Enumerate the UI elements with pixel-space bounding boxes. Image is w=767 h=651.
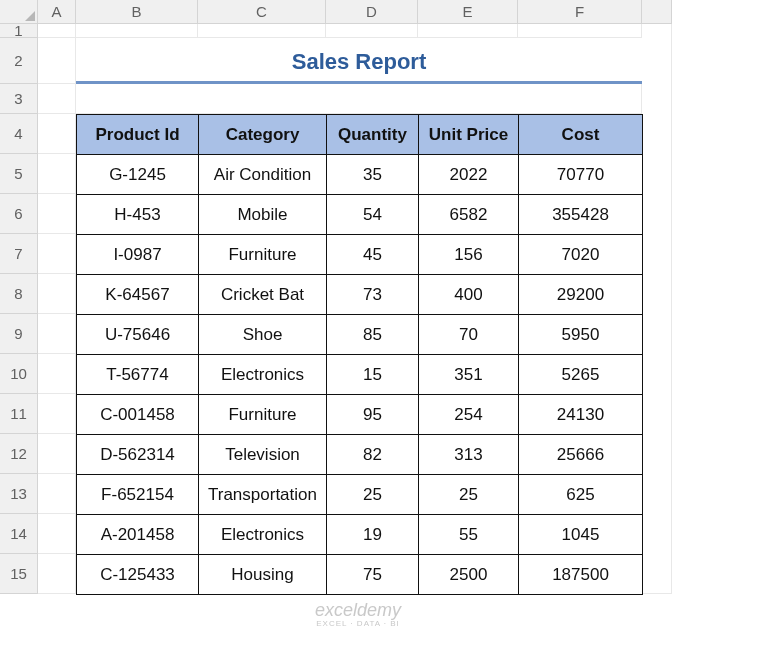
cell-A8[interactable]	[38, 274, 76, 314]
row-header-8[interactable]: 8	[0, 274, 38, 314]
cell-A7[interactable]	[38, 234, 76, 274]
cell-cost[interactable]: 25666	[519, 435, 643, 475]
cell-E1[interactable]	[418, 24, 518, 38]
cell-price[interactable]: 2500	[419, 555, 519, 595]
row-header-2[interactable]: 2	[0, 38, 38, 84]
cell-cost[interactable]: 1045	[519, 515, 643, 555]
header-category[interactable]: Category	[199, 115, 327, 155]
row-header-11[interactable]: 11	[0, 394, 38, 434]
col-header-F[interactable]: F	[518, 0, 642, 24]
cell-price[interactable]: 55	[419, 515, 519, 555]
cell-id[interactable]: G-1245	[77, 155, 199, 195]
cell-A10[interactable]	[38, 354, 76, 394]
cell-cat[interactable]: Shoe	[199, 315, 327, 355]
row-header-6[interactable]: 6	[0, 194, 38, 234]
cell-A4[interactable]	[38, 114, 76, 154]
cell-cost[interactable]: 187500	[519, 555, 643, 595]
cell-id[interactable]: U-75646	[77, 315, 199, 355]
cell-C1[interactable]	[198, 24, 326, 38]
cell-qty[interactable]: 85	[327, 315, 419, 355]
cell-qty[interactable]: 25	[327, 475, 419, 515]
cell-id[interactable]: H-453	[77, 195, 199, 235]
cell-cost[interactable]: 355428	[519, 195, 643, 235]
col-header-next[interactable]	[642, 0, 672, 24]
cell-price[interactable]: 400	[419, 275, 519, 315]
cell-A3[interactable]	[38, 84, 76, 114]
cell-qty[interactable]: 82	[327, 435, 419, 475]
cell-id[interactable]: K-64567	[77, 275, 199, 315]
cell-id[interactable]: D-562314	[77, 435, 199, 475]
cell-id[interactable]: A-201458	[77, 515, 199, 555]
cell-A12[interactable]	[38, 434, 76, 474]
cell-price[interactable]: 70	[419, 315, 519, 355]
cell-D1[interactable]	[326, 24, 418, 38]
cell-A2[interactable]	[38, 38, 76, 84]
cell-A9[interactable]	[38, 314, 76, 354]
col-header-A[interactable]: A	[38, 0, 76, 24]
row-header-9[interactable]: 9	[0, 314, 38, 354]
cell-F1[interactable]	[518, 24, 642, 38]
cell-price[interactable]: 351	[419, 355, 519, 395]
col-header-B[interactable]: B	[76, 0, 198, 24]
cell-A14[interactable]	[38, 514, 76, 554]
row-header-12[interactable]: 12	[0, 434, 38, 474]
cell-cost[interactable]: 7020	[519, 235, 643, 275]
row-header-7[interactable]: 7	[0, 234, 38, 274]
row-header-10[interactable]: 10	[0, 354, 38, 394]
cell-cat[interactable]: Furniture	[199, 395, 327, 435]
cell-price[interactable]: 6582	[419, 195, 519, 235]
cell-qty[interactable]: 54	[327, 195, 419, 235]
row-header-1[interactable]: 1	[0, 24, 38, 38]
cell-price[interactable]: 254	[419, 395, 519, 435]
cell-cat[interactable]: Electronics	[199, 515, 327, 555]
cell-qty[interactable]: 19	[327, 515, 419, 555]
cell-qty[interactable]: 35	[327, 155, 419, 195]
cell-A11[interactable]	[38, 394, 76, 434]
header-quantity[interactable]: Quantity	[327, 115, 419, 155]
row-header-14[interactable]: 14	[0, 514, 38, 554]
cell-price[interactable]: 25	[419, 475, 519, 515]
row-header-3[interactable]: 3	[0, 84, 38, 114]
row-header-13[interactable]: 13	[0, 474, 38, 514]
cell-qty[interactable]: 75	[327, 555, 419, 595]
report-title-cell[interactable]: Sales Report	[76, 38, 642, 84]
cell-cat[interactable]: Housing	[199, 555, 327, 595]
cell-cost[interactable]: 625	[519, 475, 643, 515]
cell-qty[interactable]: 95	[327, 395, 419, 435]
cell-cat[interactable]: Cricket Bat	[199, 275, 327, 315]
cell-A1[interactable]	[38, 24, 76, 38]
col-header-D[interactable]: D	[326, 0, 418, 24]
header-product-id[interactable]: Product Id	[77, 115, 199, 155]
cell-id[interactable]: F-652154	[77, 475, 199, 515]
cell-row3[interactable]	[76, 84, 642, 114]
cell-cost[interactable]: 70770	[519, 155, 643, 195]
cell-cost[interactable]: 5265	[519, 355, 643, 395]
cell-qty[interactable]: 15	[327, 355, 419, 395]
select-all-corner[interactable]	[0, 0, 38, 24]
cell-cat[interactable]: Mobile	[199, 195, 327, 235]
cell-cat[interactable]: Furniture	[199, 235, 327, 275]
cell-cost[interactable]: 5950	[519, 315, 643, 355]
header-cost[interactable]: Cost	[519, 115, 643, 155]
cell-A5[interactable]	[38, 154, 76, 194]
header-unit-price[interactable]: Unit Price	[419, 115, 519, 155]
cell-A6[interactable]	[38, 194, 76, 234]
cell-A15[interactable]	[38, 554, 76, 594]
row-header-15[interactable]: 15	[0, 554, 38, 594]
col-header-E[interactable]: E	[418, 0, 518, 24]
cell-price[interactable]: 156	[419, 235, 519, 275]
cell-cat[interactable]: Transportation	[199, 475, 327, 515]
cell-price[interactable]: 313	[419, 435, 519, 475]
cell-A13[interactable]	[38, 474, 76, 514]
cell-cat[interactable]: Television	[199, 435, 327, 475]
cell-id[interactable]: I-0987	[77, 235, 199, 275]
cell-price[interactable]: 2022	[419, 155, 519, 195]
row-header-5[interactable]: 5	[0, 154, 38, 194]
cell-id[interactable]: C-125433	[77, 555, 199, 595]
cell-qty[interactable]: 73	[327, 275, 419, 315]
cell-cost[interactable]: 29200	[519, 275, 643, 315]
cell-id[interactable]: T-56774	[77, 355, 199, 395]
cell-qty[interactable]: 45	[327, 235, 419, 275]
cell-id[interactable]: C-001458	[77, 395, 199, 435]
cell-cat[interactable]: Electronics	[199, 355, 327, 395]
